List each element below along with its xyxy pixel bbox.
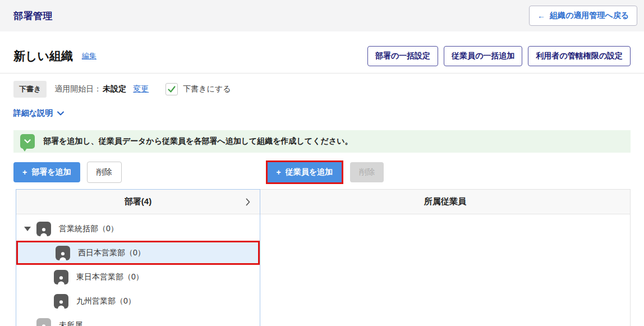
departments-header-label: 部署(4): [125, 196, 151, 207]
guidance-banner: 部署を追加し、従業員データから従業員を各部署へ追加して組織を作成してください。: [13, 130, 631, 153]
tree-row-kyushu-sales[interactable]: 九州営業部（0）: [16, 289, 260, 313]
tree-row-east-japan-sales[interactable]: 東日本営業部（0）: [16, 265, 260, 289]
person-icon: [54, 294, 68, 309]
check-icon: [167, 85, 176, 94]
top-header-bar: 部署管理 ← 組織の適用管理へ戻る: [0, 0, 644, 31]
admin-rights-settings-button[interactable]: 利用者の管轄権限の設定: [528, 46, 631, 66]
delete-department-button[interactable]: 削除: [87, 162, 122, 183]
bulk-employee-add-button[interactable]: 従業員の一括追加: [444, 46, 522, 66]
departments-panel: 部署(4) 営業統括部（0）: [16, 189, 260, 326]
back-arrow-icon: ←: [537, 11, 545, 20]
banner-chevron-icon[interactable]: [20, 134, 35, 149]
plus-icon: +: [22, 168, 27, 177]
toolbar: + 部署を追加 削除 + 従業員を追加 削除: [13, 160, 631, 184]
page-title: 部署管理: [13, 10, 53, 22]
departments-panel-header: 部署(4): [16, 190, 260, 214]
person-icon: [56, 246, 70, 260]
tree-row-label: 未所属: [59, 320, 82, 326]
add-employee-button[interactable]: + 従業員を追加: [268, 162, 342, 182]
bulk-department-settings-button[interactable]: 部署の一括設定: [367, 46, 438, 66]
details-toggle[interactable]: 詳細な説明: [13, 108, 631, 118]
panels-container: 部署(4) 営業統括部（0）: [13, 189, 631, 326]
draft-checkbox[interactable]: [165, 83, 178, 95]
add-department-button[interactable]: + 部署を追加: [13, 162, 80, 182]
add-department-label: 部署を追加: [31, 167, 71, 177]
collapse-panel-chevron-right-icon[interactable]: [245, 198, 251, 206]
draft-checkbox-wrap[interactable]: 下書きにする: [165, 83, 231, 95]
expand-triangle-icon[interactable]: [24, 227, 31, 231]
employees-panel-body: [260, 214, 630, 326]
edit-link[interactable]: 編集: [82, 51, 96, 61]
tree-row-label: 九州営業部（0）: [76, 296, 136, 306]
tree-row-sales-headquarters[interactable]: 営業統括部（0）: [16, 217, 260, 241]
draft-status-badge: 下書き: [13, 81, 47, 98]
status-row: 下書き 適用開始日： 未設定 変更 下書きにする: [13, 81, 631, 98]
start-date-value: 未設定: [103, 84, 126, 94]
change-date-link[interactable]: 変更: [133, 84, 149, 94]
back-button-label: 組織の適用管理へ戻る: [550, 11, 629, 21]
person-icon: [54, 270, 68, 284]
chevron-down-icon: [57, 111, 65, 116]
org-title-row: 新しい組織 編集 部署の一括設定 従業員の一括追加 利用者の管轄権限の設定: [13, 46, 631, 66]
draft-checkbox-label: 下書きにする: [183, 84, 231, 94]
title-divider: [0, 73, 644, 74]
chevron-down-glyph: [24, 139, 31, 144]
tree-row-label: 西日本営業部（0）: [78, 248, 145, 258]
tree-row-unassigned[interactable]: 未所属: [16, 313, 260, 326]
annotation-red-box-add-employee: + 従業員を追加: [266, 160, 344, 184]
tree-row-west-japan-sales-selected[interactable]: 西日本営業部（0）: [16, 241, 260, 265]
plus-icon: +: [277, 168, 281, 177]
employees-panel-header: 所属従業員: [260, 190, 630, 214]
start-date-label: 適用開始日：: [54, 84, 102, 94]
employees-header-label: 所属従業員: [424, 196, 466, 207]
employees-panel: 所属従業員: [260, 189, 631, 326]
tree-row-label: 営業統括部（0）: [59, 224, 118, 234]
org-name: 新しい組織: [13, 48, 73, 64]
details-label: 詳細な説明: [13, 108, 53, 118]
banner-message: 部署を追加し、従業員データから従業員を各部署へ追加して組織を作成してください。: [43, 136, 353, 146]
person-icon: [36, 222, 51, 236]
delete-employee-button-disabled: 削除: [350, 162, 384, 182]
department-tree: 営業統括部（0） 西日本営業部（0） 東: [16, 214, 260, 326]
person-icon-light: [36, 318, 51, 326]
add-employee-label: 従業員を追加: [286, 167, 333, 177]
back-to-org-management-button[interactable]: ← 組織の適用管理へ戻る: [529, 6, 637, 26]
tree-row-label: 東日本営業部（0）: [76, 272, 144, 282]
